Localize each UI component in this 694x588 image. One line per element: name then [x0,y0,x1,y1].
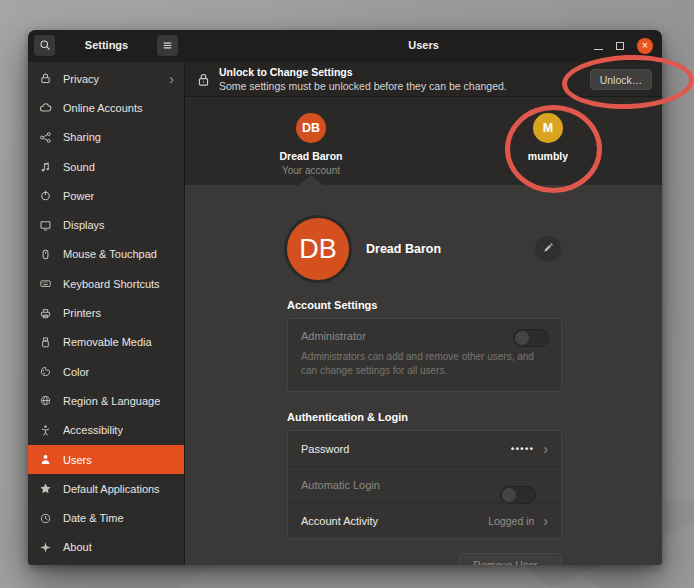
avatar-dread-baron[interactable]: DB [296,113,326,143]
display-icon [38,218,52,232]
sidebar-item-color[interactable]: Color [28,357,184,386]
sidebar-item-displays[interactable]: Displays [28,210,184,239]
cloud-icon [38,101,52,115]
password-dots: ••••• [511,444,534,454]
star-icon [38,482,52,496]
mouse-icon [38,247,52,261]
sidebar-item-label: Displays [63,219,105,231]
sidebar-item-privacy[interactable]: Privacy › [28,64,184,93]
maximize-icon [616,42,624,50]
users-panel: Unlock to Change Settings Some settings … [185,62,662,565]
sidebar-item-printers[interactable]: Printers [28,298,184,327]
carousel-user-mumbly[interactable]: M mumbly [493,113,603,162]
sidebar-item-label: Sound [63,161,95,173]
sidebar-item-sound[interactable]: Sound [28,152,184,181]
administrator-description: Administrators can add and remove other … [301,350,536,378]
menu-button[interactable] [157,35,178,56]
share-icon [38,130,52,144]
sidebar-item-about[interactable]: About [28,533,184,562]
unlock-title: Unlock to Change Settings [219,66,507,78]
sidebar: Privacy › Online Accounts Sharing [28,62,185,565]
sidebar-item-label: Printers [63,307,101,319]
automatic-login-row: Automatic Login [288,466,561,502]
profile-avatar[interactable]: DB [287,218,349,280]
administrator-label: Administrator [301,330,548,342]
toggle-knob [515,331,529,345]
minimize-icon [594,49,603,50]
power-icon [38,189,52,203]
automatic-login-label: Automatic Login [301,479,380,491]
automatic-login-toggle[interactable] [500,486,536,504]
account-activity-label: Account Activity [301,515,378,527]
toggle-knob [502,488,516,502]
unlock-subtitle: Some settings must be unlocked before th… [219,80,507,92]
close-button[interactable]: × [637,38,653,54]
chevron-right-icon: › [543,444,548,454]
sidebar-item-label: Online Accounts [63,102,143,114]
color-palette-icon [38,365,52,379]
sidebar-item-label: Privacy [63,73,99,85]
chevron-right-icon: › [169,74,174,84]
sidebar-item-label: Default Applications [63,483,160,495]
sidebar-item-keyboard-shortcuts[interactable]: Keyboard Shortcuts [28,269,184,298]
sidebar-item-mouse-touchpad[interactable]: Mouse & Touchpad [28,240,184,269]
profile-name: Dread Baron [366,242,441,256]
sidebar-item-label: Power [63,190,94,202]
section-title-auth-login: Authentication & Login [287,411,562,423]
sidebar-item-users[interactable]: Users [28,445,184,474]
window-controls: × [594,30,653,62]
panel-title: Users [185,39,662,51]
sidebar-item-label: Mouse & Touchpad [63,248,157,260]
account-settings-card: Administrator Administrators can add and… [287,318,562,392]
auth-login-card: Password ••••• › Automatic Login [287,430,562,539]
privacy-lock-icon [38,72,52,86]
sidebar-item-removable-media[interactable]: Removable Media [28,328,184,357]
music-note-icon [38,160,52,174]
close-icon: × [642,41,648,51]
pencil-icon [542,240,554,258]
minimize-button[interactable] [594,43,603,50]
flash-drive-icon [38,335,52,349]
unlock-button[interactable]: Unlock… [590,69,652,90]
section-title-account-settings: Account Settings [287,299,562,311]
account-activity-row[interactable]: Account Activity Logged in › [288,502,561,538]
chevron-right-icon: › [543,516,548,526]
sidebar-item-label: About [63,541,92,553]
maximize-button[interactable] [616,42,624,50]
sidebar-item-label: Date & Time [63,512,124,524]
administrator-toggle[interactable] [513,329,549,347]
administrator-row: Administrator Administrators can add and… [288,319,561,391]
globe-icon [38,394,52,408]
profile-header: DB Dread Baron [287,218,562,280]
edit-name-button[interactable] [535,236,561,262]
sidebar-item-power[interactable]: Power [28,181,184,210]
keyboard-icon [38,277,52,291]
selected-user-caret [299,175,323,185]
sidebar-item-region-language[interactable]: Region & Language [28,386,184,415]
remove-user-button[interactable]: Remove User… [459,553,562,565]
lock-icon [197,72,210,87]
printer-icon [38,306,52,320]
unlock-infobar: Unlock to Change Settings Some settings … [185,62,662,97]
sidebar-item-label: Accessibility [63,424,123,436]
carousel-user-current[interactable]: DB Dread Baron Your account [256,113,366,176]
user-carousel: DB Dread Baron Your account M mumbly [185,97,662,185]
titlebar[interactable]: Settings Users × [28,30,662,62]
starburst-icon [38,540,52,554]
sidebar-item-sharing[interactable]: Sharing [28,123,184,152]
user-detail-panel: DB Dread Baron Account Settings Administ… [185,185,662,565]
panel-header: Users × [185,30,662,62]
avatar-mumbly[interactable]: M [533,113,563,143]
sidebar-item-label: Keyboard Shortcuts [63,278,160,290]
password-row[interactable]: Password ••••• › [288,431,561,466]
sidebar-item-online-accounts[interactable]: Online Accounts [28,93,184,122]
sidebar-item-label: Users [63,454,92,466]
settings-window: Settings Users × [28,30,662,565]
sidebar-item-date-time[interactable]: Date & Time [28,503,184,532]
account-activity-value: Logged in [488,515,534,527]
hamburger-icon [162,37,173,55]
sidebar-item-accessibility[interactable]: Accessibility [28,416,184,445]
carousel-user-name: mumbly [493,150,603,162]
user-icon [38,453,52,467]
sidebar-item-default-applications[interactable]: Default Applications [28,474,184,503]
